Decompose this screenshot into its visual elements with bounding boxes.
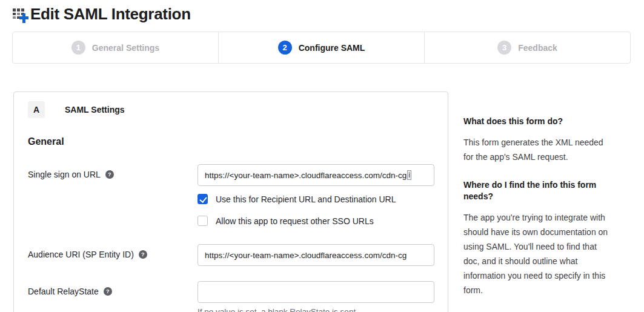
- single-sign-on-url-label: Single sign on URL: [28, 170, 101, 179]
- page-header: Edit SAML Integration: [0, 0, 644, 24]
- field-label-cell: Single sign on URL ?: [28, 164, 198, 226]
- app-grid-add-icon: [12, 5, 28, 23]
- wizard-step-feedback[interactable]: 3 Feedback: [424, 32, 630, 63]
- wizard-steps: 1 General Settings 2 Configure SAML 3 Fe…: [12, 32, 631, 64]
- default-relaystate-input[interactable]: [198, 281, 434, 303]
- saml-form: Single sign on URL ? https://<your-team-…: [28, 164, 433, 312]
- other-sso-urls-checkbox-row: Allow this app to request other SSO URLs: [198, 216, 434, 226]
- help-body: The app you're trying to integrate with …: [463, 210, 615, 297]
- wizard-step-configure-saml[interactable]: 2 Configure SAML: [218, 32, 424, 63]
- section-title: SAML Settings: [65, 105, 125, 115]
- field-row-single-sign-on-url: Single sign on URL ? https://<your-team-…: [28, 164, 433, 226]
- field-cell: [198, 244, 434, 266]
- step-label: Feedback: [518, 43, 557, 53]
- field-cell: https://<your-team-name>.cloudflareacces…: [198, 164, 434, 226]
- field-row-default-relaystate: Default RelayState ? If no value is set,…: [28, 281, 433, 312]
- checkbox-label: Use this for Recipient URL and Destinati…: [216, 194, 396, 204]
- wizard-step-general-settings[interactable]: 1 General Settings: [13, 32, 218, 63]
- input-value-text: https://<your-team-name>.cloudflareacces…: [205, 171, 407, 180]
- recipient-url-checkbox-row: Use this for Recipient URL and Destinati…: [198, 194, 434, 204]
- step-number-badge: 3: [497, 41, 511, 55]
- step-label: General Settings: [92, 43, 159, 53]
- audience-uri-label: Audience URI (SP Entity ID): [28, 250, 134, 259]
- default-relaystate-label: Default RelayState: [28, 287, 99, 296]
- text-cursor: i: [407, 170, 411, 180]
- page-title: Edit SAML Integration: [30, 5, 191, 24]
- field-cell: If no value is set, a blank RelayState i…: [198, 281, 434, 312]
- help-section-find-info: Where do I find the info this form needs…: [463, 179, 615, 297]
- help-heading: What does this form do?: [463, 116, 615, 127]
- help-icon[interactable]: ?: [104, 287, 112, 296]
- step-label: Configure SAML: [299, 43, 365, 53]
- help-icon[interactable]: ?: [105, 170, 114, 179]
- field-label-cell: Audience URI (SP Entity ID) ?: [28, 244, 198, 266]
- audience-uri-input[interactable]: [198, 244, 434, 266]
- saml-settings-panel: A SAML Settings General Single sign on U…: [13, 91, 448, 312]
- field-label-cell: Default RelayState ?: [28, 281, 198, 312]
- help-body: This form generates the XML needed for t…: [463, 135, 615, 164]
- section-letter-badge: A: [28, 101, 45, 118]
- general-group-heading: General: [28, 136, 433, 147]
- other-sso-urls-checkbox[interactable]: [198, 216, 208, 226]
- help-icon[interactable]: ?: [139, 250, 147, 259]
- help-section-form-purpose: What does this form do? This form genera…: [463, 116, 615, 164]
- recipient-url-checkbox[interactable]: [198, 194, 208, 204]
- help-sidebar: What does this form do? This form genera…: [463, 116, 615, 297]
- relaystate-helper-text: If no value is set, a blank RelayState i…: [198, 307, 434, 312]
- single-sign-on-url-input[interactable]: https://<your-team-name>.cloudflareacces…: [198, 164, 434, 186]
- section-header: A SAML Settings: [28, 101, 433, 118]
- step-number-badge: 2: [278, 41, 292, 55]
- step-number-badge: 1: [71, 41, 85, 55]
- help-heading: Where do I find the info this form needs…: [463, 179, 615, 202]
- field-row-audience-uri: Audience URI (SP Entity ID) ?: [28, 244, 433, 266]
- content-area: A SAML Settings General Single sign on U…: [0, 91, 644, 310]
- checkbox-label: Allow this app to request other SSO URLs: [216, 216, 374, 226]
